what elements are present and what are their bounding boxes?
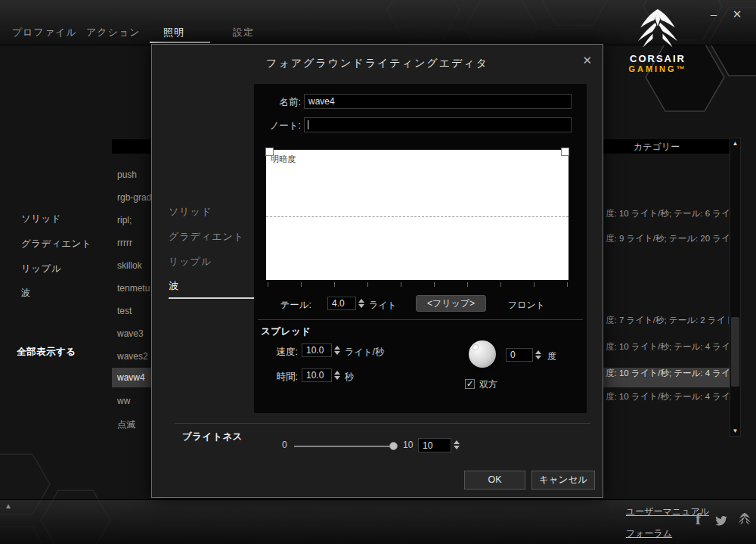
list-item[interactable]: push [117,169,137,180]
stepper-up-icon[interactable] [334,346,340,350]
speed-unit: ライト/秒 [345,346,384,359]
angle-input[interactable] [506,348,533,362]
cancel-button[interactable]: キャンセル [531,471,595,490]
flip-button[interactable]: <フリップ> [416,295,486,312]
tail-unit: ライト [369,299,397,312]
tail-stepper[interactable] [358,297,365,310]
curve-canvas[interactable]: 明暗度 [266,150,569,280]
dialog-tab-solid[interactable]: ソリッド [169,205,212,219]
stepper-down-icon[interactable] [334,376,340,380]
list-item[interactable]: test [117,306,132,316]
stepper-up-icon[interactable] [454,440,460,444]
facebook-icon[interactable]: f [696,510,701,529]
dialog-tab-gradient[interactable]: グラディエント [169,230,244,244]
list-item[interactable]: skillok [117,260,142,271]
forum-link[interactable]: フォーラム [626,527,672,540]
category-wave[interactable]: 波 [21,287,31,300]
scroll-up-icon[interactable]: ▲ [730,140,740,147]
curve-ticks [268,282,568,287]
tail-input[interactable] [327,297,356,310]
dialog-title: フォアグラウンドライティングエディタ [152,57,603,70]
scrollbar-thumb[interactable] [731,317,739,387]
tab-profile[interactable]: プロファイル [12,26,77,39]
list-item-selected[interactable]: wavw4 [117,372,145,383]
stepper-up-icon[interactable] [358,299,364,303]
detail-row[interactable]: 度: 10 ライト/秒; テール: 4 ライト; [606,341,729,353]
stepper-down-icon[interactable] [535,356,541,359]
category-gradient[interactable]: グラディエント [21,238,91,250]
twitter-icon[interactable] [714,514,729,527]
time-unit: 秒 [345,371,354,384]
detail-row[interactable]: 度: 7 ライト/秒; テール: 2 ライト; [606,315,729,326]
speed-input[interactable] [302,343,332,357]
stepper-up-icon[interactable] [334,371,340,375]
detail-row[interactable]: 度: 10 ライト/秒; テール: 6 ライト [606,208,729,219]
brightness-slider-handle[interactable] [389,442,398,450]
brightness-stepper[interactable] [453,438,460,452]
ok-button[interactable]: OK [464,471,525,490]
category-show-all[interactable]: 全部表示する [17,346,76,359]
section-divider [258,319,583,320]
list-item[interactable]: 点滅 [117,418,135,431]
brightness-slider-track[interactable] [294,446,397,447]
list-item[interactable]: waves2 [117,351,148,362]
note-label: ノート: [254,120,301,132]
tab-actions[interactable]: アクション [86,26,141,39]
stepper-down-icon[interactable] [454,446,460,449]
list-item[interactable]: ww [117,396,130,406]
note-input[interactable] [304,117,572,132]
brightness-input[interactable] [418,438,451,452]
stepper-down-icon[interactable] [358,304,364,308]
scroll-down-icon[interactable]: ▼ [730,427,740,434]
close-window-button[interactable]: ✕ [729,8,745,21]
checkbox-check-icon: ✓ [466,379,473,388]
list-item[interactable]: wave3 [117,328,144,339]
minimize-button[interactable]: – [705,8,722,20]
curve-handle-left[interactable] [265,148,274,156]
angle-dial[interactable] [469,340,496,368]
name-label: 名前: [254,96,301,109]
corsair-sails-icon [624,9,692,48]
front-label: フロント [508,299,545,312]
both-directions-label: 双方 [479,378,497,391]
dialog-close-icon[interactable]: ✕ [582,54,592,67]
speed-label: 速度: [260,346,298,359]
active-tab-underline [150,42,210,43]
tail-label: テール: [268,299,311,312]
list-scrollbar[interactable]: ▲ ▼ [730,138,741,437]
brightness-divider [175,423,590,424]
name-input[interactable] [304,94,572,109]
tab-lighting[interactable]: 照明 [163,26,184,39]
time-label: 時間: [260,371,298,384]
time-stepper[interactable] [333,368,341,382]
detail-row[interactable]: 度: 9 ライト/秒; テール: 20 ライト [606,233,729,244]
corsair-logo: CORSAIR GAMING™ [618,9,697,73]
detail-row-selected[interactable]: 度: 10 ライト/秒; テール: 4 ライト;... [606,368,729,379]
opacity-curve-editor[interactable]: 明暗度 [266,148,569,287]
time-input[interactable] [302,368,332,382]
dialog-tab-wave[interactable]: 波 [169,279,179,293]
category-solid[interactable]: ソリッド [21,213,61,225]
spread-header: スプレッド [261,325,311,338]
category-ripple[interactable]: リップル [21,263,61,275]
list-item[interactable]: ripl; [117,215,132,225]
stepper-up-icon[interactable] [535,350,541,354]
list-item[interactable]: tenmetu [117,283,150,294]
list-item[interactable]: rgb-grad [117,192,151,203]
stepper-down-icon[interactable] [334,351,340,355]
curve-handle-right[interactable] [561,148,569,156]
brand-sub: GAMING™ [618,64,697,73]
brightness-max-label: 10 [403,440,413,450]
corsair-sails-small-icon[interactable] [735,512,754,526]
both-directions-checkbox[interactable]: ✓ [465,379,475,389]
list-item[interactable]: rrrrr [117,238,132,248]
detail-row[interactable]: 度: 10 ライト/秒; テール: 4 ライト; [606,391,729,403]
corner-up-icon[interactable]: ▲ [5,502,12,510]
foreground-lighting-editor-dialog: フォアグラウンドライティングエディタ ✕ ソリッド グラディエント リップル 波… [151,44,603,498]
tab-settings[interactable]: 設定 [233,26,254,39]
speed-stepper[interactable] [333,343,341,357]
active-type-underline [169,297,254,299]
brightness-min-label: 0 [282,440,287,450]
angle-stepper[interactable] [534,348,542,362]
dialog-tab-ripple[interactable]: リップル [169,255,212,269]
